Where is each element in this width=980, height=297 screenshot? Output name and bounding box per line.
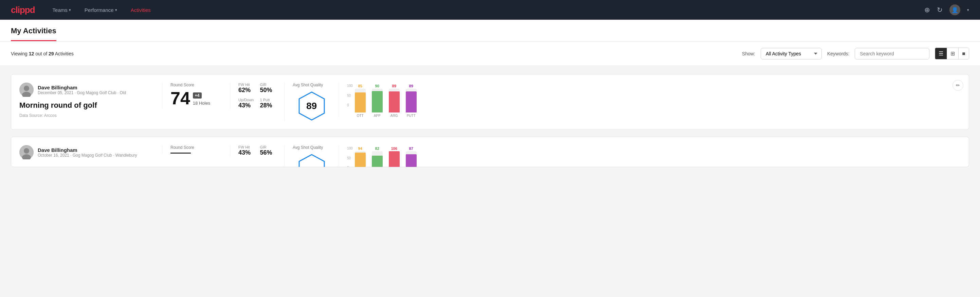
viewing-text: Viewing 12 out of 29 Activities (11, 51, 737, 56)
hexagon: 89 (296, 91, 327, 121)
chevron-down-icon: ▾ (69, 8, 71, 12)
card-user: Dave Billingham October 16, 2021 · Gog M… (19, 145, 162, 160)
quality-label: Avg Shot Quality (293, 83, 323, 87)
activity-title: Morning round of golf (19, 101, 162, 110)
score-placeholder (170, 153, 191, 153)
list-compact-view-button[interactable]: ☰ (935, 48, 947, 59)
bar-fill (406, 91, 417, 112)
stat-fw-hit: FW Hit 62% (239, 83, 255, 94)
bar-fill (372, 91, 383, 112)
nav-right: ⊕ ↻ 👤 ▾ (924, 5, 969, 15)
bar-chart: 85 OTT 90 APP (355, 83, 417, 118)
quality-label: Avg Shot Quality (293, 145, 323, 150)
avatar-chevron[interactable]: ▾ (967, 8, 969, 12)
card-chart: 100 50 0 85 OTT (339, 83, 961, 118)
edit-button[interactable]: ✏ (953, 80, 963, 91)
score-label: Round Score (170, 83, 222, 87)
stat-updown: Up/Down 43% (239, 98, 255, 109)
bar-chart: 94 OTT 82 APP (355, 145, 417, 167)
user-avatar-icon (19, 145, 33, 160)
score-holes: 18 Holes (193, 101, 210, 106)
navbar: clippd Teams ▾ Performance ▾ Activities … (0, 0, 980, 20)
hexagon-icon (296, 153, 327, 167)
svg-point-1 (24, 86, 29, 91)
card-left: Dave Billingham October 16, 2021 · Gog M… (19, 145, 162, 163)
card-score: Round Score (162, 145, 230, 153)
show-label: Show: (742, 51, 755, 56)
nav-teams[interactable]: Teams ▾ (51, 5, 72, 16)
score-number: 74 (170, 89, 190, 107)
view-toggle: ☰ ⊞ ■ (935, 48, 969, 59)
user-name: Dave Billingham (38, 147, 137, 153)
y-axis: 100 50 0 (347, 145, 353, 167)
bar-putt: 89 PUTT (406, 84, 417, 118)
logo[interactable]: clippd (11, 5, 35, 15)
grid-view-button[interactable]: ⊞ (947, 48, 959, 59)
stat-gir: GIR 50% (260, 83, 277, 94)
card-left: Dave Billingham December 05, 2021 · Gog … (19, 83, 162, 118)
card-stats: FW Hit 62% GIR 50% Up/Down 43% 1 Putt 28… (230, 83, 284, 109)
stat-gir: GIR 56% (260, 145, 277, 156)
activity-card: Dave Billingham October 16, 2021 · Gog M… (11, 137, 969, 167)
svg-point-5 (24, 148, 29, 153)
bar-app: 90 APP (372, 84, 383, 118)
hexagon (296, 153, 327, 167)
bar-ott: 85 OTT (355, 84, 366, 118)
stat-fw-hit: FW Hit 43% (239, 145, 255, 156)
hex-score: 89 (306, 101, 317, 112)
bar-app: 82 APP (372, 147, 383, 167)
user-info: Dave Billingham October 16, 2021 · Gog M… (38, 147, 137, 158)
user-name: Dave Billingham (38, 85, 126, 90)
activity-type-select[interactable]: All Activity Types Rounds Practice (760, 48, 822, 59)
user-meta: December 05, 2021 · Gog Magog Golf Club … (38, 90, 126, 95)
card-stats: FW Hit 43% GIR 56% (230, 145, 284, 156)
stat-1putt: 1 Putt 28% (260, 98, 277, 109)
refresh-icon[interactable]: ↻ (937, 6, 943, 14)
page-title: My Activities (11, 27, 56, 41)
chevron-down-icon: ▾ (115, 8, 117, 12)
bar-fill (389, 91, 400, 112)
avatar-icon: 👤 (951, 7, 958, 13)
data-source: Data Source: Arccos (19, 113, 162, 118)
avatar (19, 83, 33, 97)
bar-arg: 89 ARG (389, 84, 400, 118)
card-score: Round Score 74 +4 18 Holes (162, 83, 230, 109)
avatar[interactable]: 👤 (950, 5, 960, 15)
add-icon[interactable]: ⊕ (924, 6, 930, 14)
toolbar: Viewing 12 out of 29 Activities Show: Al… (0, 42, 980, 66)
card-quality: Avg Shot Quality 89 (284, 83, 339, 121)
card-chart: 100 50 0 94 OTT 82 (339, 145, 961, 167)
user-avatar-icon (19, 83, 33, 97)
bar-arg: 106 ARG (389, 147, 400, 167)
bar-ott: 94 OTT (355, 147, 366, 167)
search-input[interactable] (855, 48, 929, 59)
card-user: Dave Billingham December 05, 2021 · Gog … (19, 83, 162, 97)
keywords-label: Keywords: (827, 51, 849, 56)
user-info: Dave Billingham December 05, 2021 · Gog … (38, 85, 126, 95)
score-main: 74 +4 18 Holes (170, 89, 222, 107)
bar-fill (355, 93, 366, 113)
score-label: Round Score (170, 145, 222, 150)
activity-card: Dave Billingham December 05, 2021 · Gog … (11, 74, 969, 130)
card-quality: Avg Shot Quality (284, 145, 339, 167)
nav-activities[interactable]: Activities (129, 5, 152, 16)
user-meta: October 16, 2021 · Gog Magog Golf Club ·… (38, 153, 137, 158)
svg-marker-7 (299, 155, 324, 167)
nav-performance[interactable]: Performance ▾ (83, 5, 119, 16)
page-header: My Activities (0, 20, 980, 42)
list-detail-view-button[interactable]: ■ (959, 48, 969, 59)
score-badge: +4 (193, 93, 202, 99)
avatar (19, 145, 33, 160)
y-axis: 100 50 0 (347, 83, 353, 107)
bar-putt: 87 PUTT (406, 147, 417, 167)
content: Dave Billingham December 05, 2021 · Gog … (0, 66, 980, 182)
